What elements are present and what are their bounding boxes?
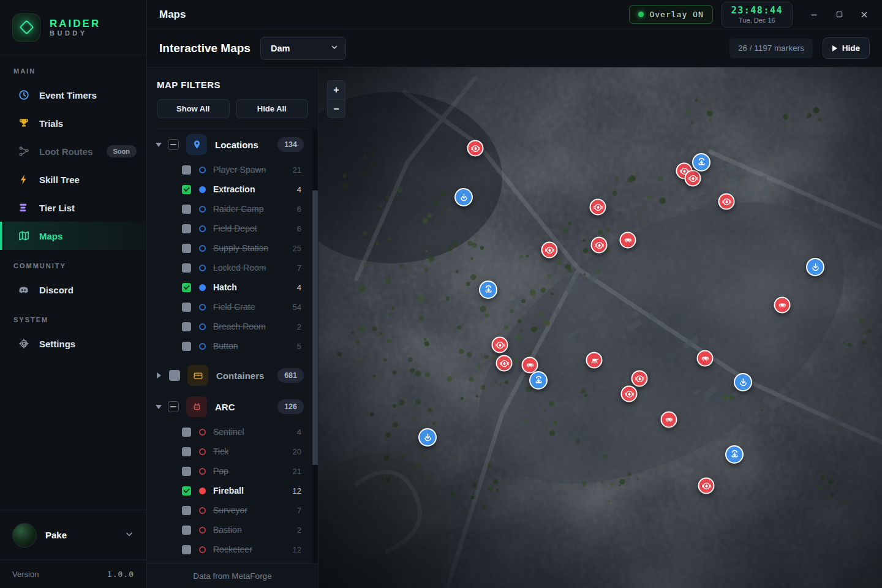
sidebar-item-event-timers[interactable]: Event Timers xyxy=(0,81,146,109)
map-marker-extraction[interactable] xyxy=(806,258,824,276)
filter-item-supply-station[interactable]: Supply Station25 xyxy=(147,238,312,258)
filter-item-tick[interactable]: Tick20 xyxy=(147,442,312,461)
filter-item-bastion[interactable]: Bastion2 xyxy=(147,520,312,540)
map-marker-fireball[interactable] xyxy=(685,170,701,187)
map-marker-fireball[interactable] xyxy=(467,140,484,157)
map-marker-fireball[interactable] xyxy=(541,242,558,258)
item-checkbox[interactable] xyxy=(182,447,191,456)
filter-item-rocketeer[interactable]: Rocketeer12 xyxy=(147,540,312,559)
sidebar-item-trials[interactable]: Trials xyxy=(0,109,146,137)
map-marker-hatch[interactable] xyxy=(725,445,744,464)
maximize-button[interactable] xyxy=(835,10,843,19)
map-marker-walker[interactable] xyxy=(586,352,603,369)
map-marker-hatch[interactable] xyxy=(692,153,710,172)
filter-item-sentinel[interactable]: Sentinel4 xyxy=(147,422,312,442)
item-checkbox[interactable] xyxy=(182,185,191,194)
item-checkbox[interactable] xyxy=(182,205,191,214)
map-marker-extraction[interactable] xyxy=(418,428,437,447)
expander-icon[interactable] xyxy=(156,405,162,409)
interactive-map[interactable]: + − xyxy=(318,67,882,588)
item-checkbox[interactable] xyxy=(182,545,191,554)
item-checkbox[interactable] xyxy=(182,322,191,331)
close-button[interactable] xyxy=(860,10,869,19)
play-icon xyxy=(832,45,837,51)
filter-item-button[interactable]: Button5 xyxy=(147,336,312,356)
zoom-out-button[interactable]: − xyxy=(328,99,345,118)
item-label: Breach Room xyxy=(213,322,266,331)
sidebar-item-label: Tier List xyxy=(39,203,75,213)
sidebar-item-maps[interactable]: Maps xyxy=(0,222,146,250)
map-marker-hatch[interactable] xyxy=(479,281,497,299)
filter-item-raider-camp[interactable]: Raider Camp6 xyxy=(147,199,312,219)
map-marker-fireball[interactable] xyxy=(496,355,513,372)
expander-icon[interactable] xyxy=(157,372,163,379)
overlay-toggle-button[interactable]: Overlay ON xyxy=(629,5,712,24)
map-marker-fireball[interactable] xyxy=(492,337,508,353)
expander-icon[interactable] xyxy=(156,143,162,147)
map-icon xyxy=(17,230,30,243)
filter-group-header[interactable]: Locations 134 xyxy=(147,129,312,160)
user-name: Pake xyxy=(45,530,67,540)
filter-item-fireball[interactable]: Fireball12 xyxy=(147,481,312,500)
filter-item-surveyor[interactable]: Surveyor7 xyxy=(147,500,312,520)
item-checkbox[interactable] xyxy=(182,342,191,351)
show-all-button[interactable]: Show All xyxy=(157,99,230,118)
map-marker-spider[interactable] xyxy=(620,232,636,249)
minimize-button[interactable] xyxy=(810,10,818,19)
item-checkbox[interactable] xyxy=(182,303,191,312)
item-checkbox[interactable] xyxy=(182,526,191,535)
map-marker-spider[interactable] xyxy=(774,297,791,314)
map-marker-spider[interactable] xyxy=(661,412,677,428)
hide-all-button[interactable]: Hide All xyxy=(236,99,309,118)
logo-diamond-icon xyxy=(12,13,40,42)
item-label: Sentinel xyxy=(213,427,244,437)
item-checkbox[interactable] xyxy=(182,263,191,273)
filter-group-header[interactable]: ARC 126 xyxy=(147,391,312,422)
map-select[interactable]: Dam xyxy=(260,37,346,60)
filter-item-field-crate[interactable]: Field Crate54 xyxy=(147,297,312,317)
map-marker-fireball[interactable] xyxy=(591,237,608,254)
map-marker-fireball[interactable] xyxy=(590,199,606,216)
filter-item-extraction[interactable]: Extraction4 xyxy=(147,179,312,199)
sidebar-item-tier-list[interactable]: Tier List xyxy=(0,194,146,222)
item-label: Raider Camp xyxy=(213,204,263,214)
filter-item-locked-room[interactable]: Locked Room7 xyxy=(147,258,312,277)
filter-item-breach-room[interactable]: Breach Room2 xyxy=(147,317,312,336)
group-checkbox[interactable] xyxy=(168,139,179,150)
clock-widget: 23:48:44 Tue, Dec 16 xyxy=(722,2,793,28)
app-window: RAIDER BUDDY MAIN Event Timers Trials Lo… xyxy=(0,0,882,588)
scrollbar-thumb[interactable] xyxy=(312,190,318,465)
filter-item-pop[interactable]: Pop21 xyxy=(147,461,312,481)
filter-group-header[interactable]: Containers 681 xyxy=(147,360,312,391)
item-checkbox[interactable] xyxy=(182,165,191,175)
item-checkbox[interactable] xyxy=(182,224,191,233)
map-marker-fireball[interactable] xyxy=(631,371,648,387)
item-checkbox[interactable] xyxy=(182,467,191,476)
filter-item-hatch[interactable]: Hatch4 xyxy=(147,277,312,297)
hide-panel-button[interactable]: Hide xyxy=(823,37,870,59)
filter-item-player-spawn[interactable]: Player Spawn21 xyxy=(147,160,312,179)
map-marker-fireball[interactable] xyxy=(698,478,715,494)
user-menu[interactable]: Pake xyxy=(0,510,146,560)
item-checkbox[interactable] xyxy=(182,283,191,292)
marker-color-dot xyxy=(199,468,206,475)
item-checkbox[interactable] xyxy=(182,506,191,515)
filter-item-field-depot[interactable]: Field Depot6 xyxy=(147,219,312,238)
map-marker-extraction[interactable] xyxy=(734,373,752,391)
filters-scrollbar[interactable] xyxy=(312,129,318,564)
map-marker-hatch[interactable] xyxy=(529,371,548,390)
map-marker-extraction[interactable] xyxy=(454,188,473,206)
map-marker-spider[interactable] xyxy=(697,350,714,367)
sidebar-item-loot-routes[interactable]: Loot Routes Soon xyxy=(0,137,146,165)
item-checkbox[interactable] xyxy=(182,428,191,437)
group-checkbox[interactable] xyxy=(169,370,180,381)
sidebar-item-skill-tree[interactable]: Skill Tree xyxy=(0,165,146,194)
map-marker-fireball[interactable] xyxy=(718,194,735,210)
sidebar-item-settings[interactable]: Settings xyxy=(0,330,146,358)
sidebar-item-discord[interactable]: Discord xyxy=(0,276,146,304)
item-checkbox[interactable] xyxy=(182,486,191,496)
zoom-in-button[interactable]: + xyxy=(328,81,345,99)
group-checkbox[interactable] xyxy=(168,401,179,412)
item-checkbox[interactable] xyxy=(182,244,191,253)
map-marker-fireball[interactable] xyxy=(621,386,638,402)
